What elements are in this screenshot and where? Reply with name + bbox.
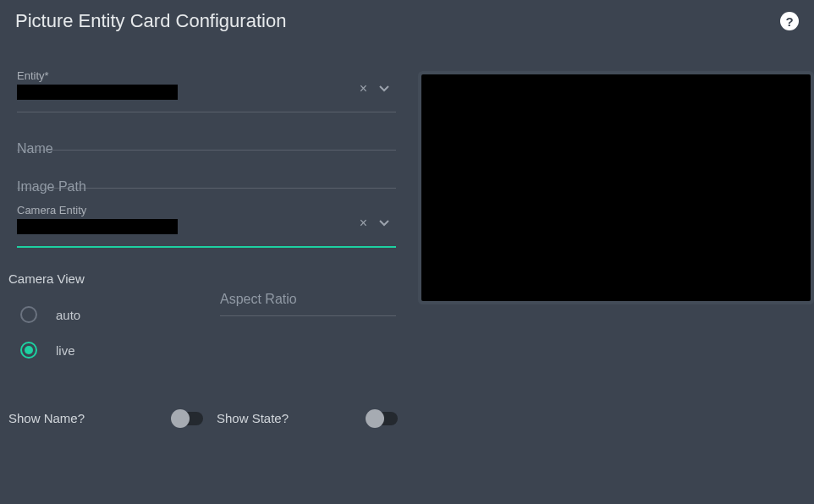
- show-name-toggle[interactable]: [171, 412, 203, 425]
- dialog-header: Picture Entity Card Configuration ?: [0, 0, 814, 41]
- preview-column: [421, 41, 811, 425]
- show-state-toggle[interactable]: [366, 412, 398, 425]
- radio-live-label: live: [56, 343, 75, 358]
- entity-value[interactable]: [17, 85, 178, 100]
- camera-view-section: Camera View auto live Aspect Ratio: [8, 271, 404, 369]
- radio-live[interactable]: live: [8, 333, 203, 369]
- show-name-label: Show Name?: [8, 411, 171, 425]
- name-field[interactable]: Name: [17, 123, 396, 151]
- chevron-down-icon[interactable]: [379, 220, 389, 227]
- name-label: Name: [17, 141, 53, 156]
- clear-icon[interactable]: ×: [360, 216, 367, 231]
- radio-auto[interactable]: auto: [8, 298, 203, 333]
- camera-view-title: Camera View: [8, 271, 203, 286]
- show-state-label: Show State?: [203, 411, 366, 425]
- radio-auto-label: auto: [56, 308, 80, 322]
- card-preview: [421, 74, 811, 301]
- toggle-knob: [366, 409, 384, 428]
- radio-icon: [20, 342, 37, 359]
- camera-entity-value[interactable]: [17, 219, 178, 234]
- aspect-ratio-label: Aspect Ratio: [220, 292, 297, 306]
- toggle-knob: [171, 409, 190, 428]
- camera-view-group: Camera View auto live: [8, 271, 203, 369]
- camera-entity-field[interactable]: Camera Entity ×: [17, 199, 396, 248]
- chevron-down-icon[interactable]: [379, 85, 389, 92]
- clear-icon[interactable]: ×: [360, 81, 367, 96]
- entity-field[interactable]: Entity* ×: [17, 64, 396, 112]
- help-icon[interactable]: ?: [780, 12, 799, 30]
- image-path-field[interactable]: Image Path: [17, 161, 396, 189]
- aspect-ratio-field[interactable]: Aspect Ratio: [220, 275, 396, 369]
- image-path-label: Image Path: [17, 179, 86, 194]
- entity-label: Entity*: [17, 69, 49, 82]
- camera-entity-label: Camera Entity: [17, 204, 86, 216]
- page-title: Picture Entity Card Configuration: [15, 10, 286, 32]
- form-column: Entity* × Name Image Path Camera Entity …: [8, 41, 404, 425]
- radio-icon: [20, 306, 37, 323]
- content-area: Entity* × Name Image Path Camera Entity …: [0, 41, 814, 425]
- toggles-row: Show Name? Show State?: [8, 411, 404, 425]
